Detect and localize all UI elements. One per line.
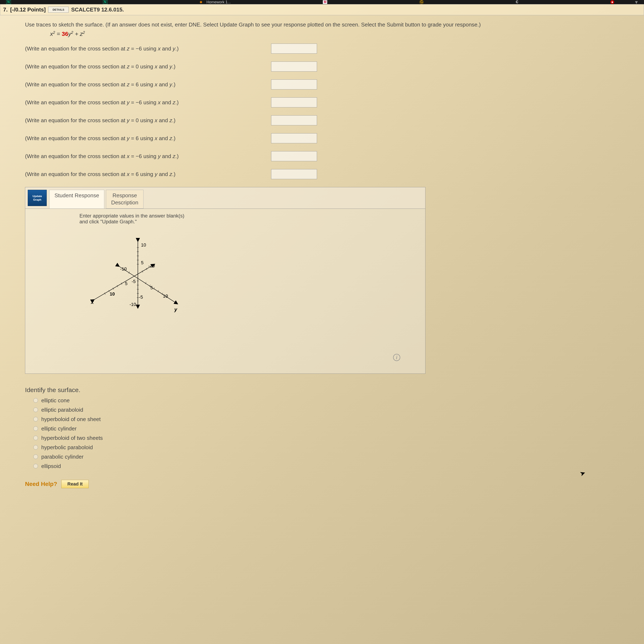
tab-icon-c[interactable]: C — [516, 0, 518, 4]
svg-text:-10: -10 — [120, 266, 127, 272]
cross-section-row: (Write an equation for the cross section… — [25, 62, 636, 72]
axes-3d: 10 5 -5 -5 -10 -10 -10 5 10 10 5 x y — [79, 229, 196, 329]
answer-input-2[interactable] — [271, 79, 317, 89]
svg-text:10: 10 — [163, 293, 168, 299]
radio-button[interactable] — [33, 445, 38, 450]
tab-homework[interactable]: Homework 1... — [206, 0, 231, 4]
details-button[interactable]: DETAILS — [48, 7, 69, 13]
cross-section-label: (Write an equation for the cross section… — [25, 135, 265, 142]
svg-text:-5: -5 — [139, 294, 143, 300]
answer-input-3[interactable] — [271, 97, 317, 107]
surface-option-label: elliptic cylinder — [41, 425, 77, 432]
surface-option-label: hyperboloid of two sheets — [41, 435, 103, 441]
svg-text:-10: -10 — [148, 263, 155, 268]
cross-section-row: (Write an equation for the cross section… — [25, 97, 636, 107]
browser-tab-bar: N N ✱ Homework 1... M G C ● ▾ — [0, 0, 644, 4]
surface-option-label: hyperbolic paraboloid — [41, 444, 93, 451]
question-reference: SCALCET9 12.6.015. — [71, 6, 124, 13]
answer-input-4[interactable] — [271, 115, 317, 125]
equation: x2 = 36y2 + z2 — [50, 30, 636, 37]
question-points: [-/0.12 Points] — [10, 6, 46, 13]
tab-icon-red[interactable]: ● — [610, 0, 614, 4]
svg-text:10: 10 — [110, 291, 115, 297]
cross-section-label: (Write an equation for the cross section… — [25, 171, 265, 177]
surface-option[interactable]: hyperbolic paraboloid — [33, 444, 636, 451]
cross-section-label: (Write an equation for the cross section… — [25, 153, 265, 160]
cross-section-row: (Write an equation for the cross section… — [25, 151, 636, 161]
svg-line-2 — [119, 266, 177, 304]
cross-section-label: (Write an equation for the cross section… — [25, 99, 265, 106]
surface-option-label: ellipsoid — [41, 463, 61, 469]
surface-option-label: parabolic cylinder — [41, 454, 83, 460]
graph-message: Enter appropriate values in the answer b… — [79, 213, 417, 225]
svg-text:10: 10 — [141, 242, 146, 248]
graph-header: Update Graph Student Response Response D… — [25, 187, 425, 209]
graph-panel: Update Graph Student Response Response D… — [25, 187, 425, 374]
svg-text:5: 5 — [125, 281, 127, 286]
radio-button[interactable] — [33, 417, 38, 421]
cross-section-row: (Write an equation for the cross section… — [25, 44, 636, 54]
tab-icon-g[interactable]: G — [419, 0, 424, 4]
identify-title: Identify the surface. — [25, 386, 636, 394]
answer-input-1[interactable] — [271, 62, 317, 72]
svg-text:-10: -10 — [130, 302, 136, 307]
instructions-text: Use traces to sketch the surface. (If an… — [25, 21, 636, 28]
surface-option[interactable]: elliptic cylinder — [33, 425, 636, 432]
question-header: 7. [-/0.12 Points] DETAILS SCALCET9 12.6… — [0, 4, 644, 15]
question-number: 7. — [3, 6, 8, 13]
cross-section-row: (Write an equation for the cross section… — [25, 115, 636, 125]
chevron-down-icon[interactable]: ▾ — [635, 0, 638, 5]
radio-button[interactable] — [33, 436, 38, 440]
tab-response-description[interactable]: Response Description — [106, 190, 143, 209]
surface-option[interactable]: parabolic cylinder — [33, 454, 636, 460]
tab-icon-n1[interactable]: N — [6, 0, 11, 4]
radio-button[interactable] — [33, 454, 38, 459]
identify-section: Identify the surface. elliptic coneellip… — [25, 386, 636, 469]
svg-text:5: 5 — [150, 285, 153, 290]
svg-text:5: 5 — [141, 260, 143, 265]
info-icon[interactable]: i — [393, 354, 400, 361]
surface-option-label: elliptic cone — [41, 397, 70, 404]
answer-input-7[interactable] — [271, 169, 317, 179]
svg-text:-5: -5 — [132, 279, 136, 284]
need-help: Need Help? Read It — [25, 480, 636, 488]
answer-input-6[interactable] — [271, 151, 317, 161]
answer-input-0[interactable] — [271, 44, 317, 54]
radio-button[interactable] — [33, 408, 38, 412]
tab-icon-m[interactable]: M — [323, 0, 327, 4]
surface-option[interactable]: hyperboloid of two sheets — [33, 435, 636, 441]
tab-icon-n2[interactable]: N — [103, 0, 108, 4]
cross-section-label: (Write an equation for the cross section… — [25, 81, 265, 88]
cross-section-row: (Write an equation for the cross section… — [25, 133, 636, 143]
cross-section-row: (Write an equation for the cross section… — [25, 79, 636, 89]
answer-input-5[interactable] — [271, 133, 317, 143]
surface-option-label: hyperboloid of one sheet — [41, 416, 101, 423]
svg-text:x: x — [91, 299, 94, 305]
svg-text:y: y — [174, 307, 177, 312]
surface-option-label: elliptic paraboloid — [41, 407, 83, 413]
radio-button[interactable] — [33, 464, 38, 468]
surface-option[interactable]: elliptic cone — [33, 397, 636, 404]
update-graph-button[interactable]: Update Graph — [28, 190, 47, 206]
surface-option[interactable]: ellipsoid — [33, 463, 636, 469]
cross-section-label: (Write an equation for the cross section… — [25, 45, 265, 52]
radio-button[interactable] — [33, 426, 38, 431]
cross-section-label: (Write an equation for the cross section… — [25, 117, 265, 124]
cross-section-row: (Write an equation for the cross section… — [25, 169, 636, 179]
read-it-button[interactable]: Read It — [61, 480, 89, 488]
need-help-label: Need Help? — [25, 481, 57, 487]
surface-option[interactable]: hyperboloid of one sheet — [33, 416, 636, 423]
surface-option[interactable]: elliptic paraboloid — [33, 407, 636, 413]
cross-section-label: (Write an equation for the cross section… — [25, 63, 265, 70]
radio-button[interactable] — [33, 398, 38, 403]
tab-student-response[interactable]: Student Response — [49, 190, 104, 209]
